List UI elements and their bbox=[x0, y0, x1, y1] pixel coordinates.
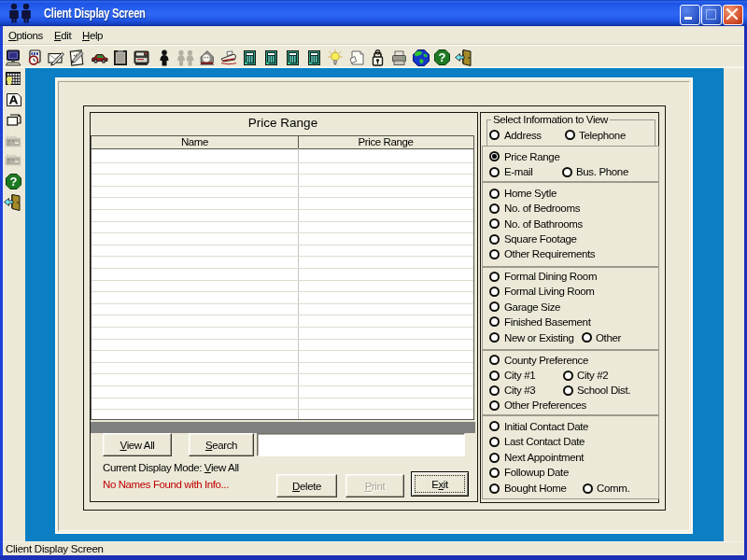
svg-text:?: ? bbox=[10, 175, 18, 189]
svg-text:?: ? bbox=[439, 50, 446, 64]
